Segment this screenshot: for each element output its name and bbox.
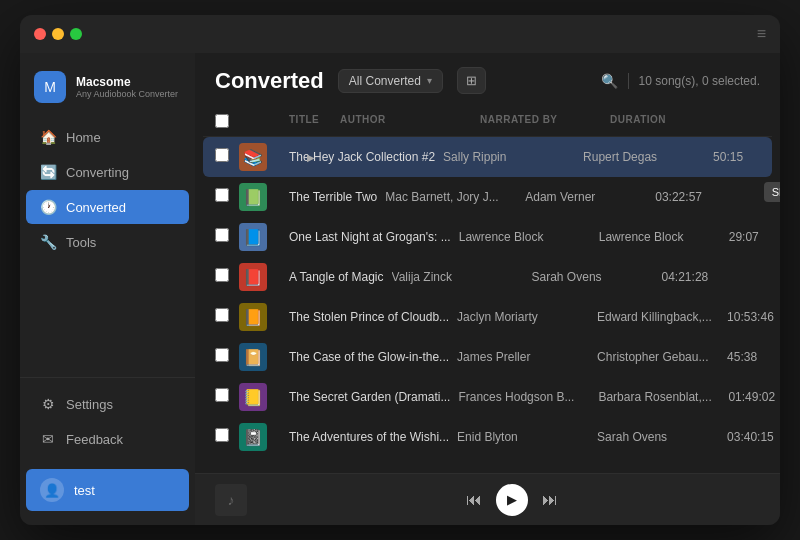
row-cover: 📒: [239, 383, 267, 411]
header-checkbox-col: [215, 114, 239, 130]
filter-label: All Converted: [349, 74, 421, 88]
header-actions-col: [700, 114, 760, 130]
sidebar-item-label: Settings: [66, 397, 113, 412]
header-cover-col: [239, 114, 275, 130]
row-duration: 03:22:57: [655, 190, 745, 204]
cover-image: 📗: [239, 183, 267, 211]
row-cover: 📔: [239, 343, 267, 371]
row-checkbox[interactable]: [215, 308, 229, 322]
player-bar: ♪ ⏮ ▶ ⏭: [195, 473, 780, 525]
chevron-down-icon: ▾: [427, 75, 432, 86]
maximize-button[interactable]: [70, 28, 82, 40]
table-row[interactable]: 📘 One Last Night at Grogan's: ... Lawren…: [203, 217, 772, 257]
player-controls: ⏮ ▶ ⏭: [466, 484, 558, 516]
avatar: 👤: [40, 478, 64, 502]
row-duration: 50:15: [713, 150, 780, 164]
music-icon: ♪: [228, 492, 235, 508]
row-checkbox-cell: [215, 268, 239, 286]
row-author: Lawrence Block: [459, 230, 599, 244]
sidebar-item-label: Feedback: [66, 432, 123, 447]
row-title-cell: The Terrible Two: [275, 190, 385, 204]
row-narrator: Barbara Rosenblat,...: [598, 390, 728, 404]
search-icon[interactable]: 🔍: [601, 73, 618, 89]
table-row[interactable]: 📙 The Stolen Prince of Cloudb... Jaclyn …: [203, 297, 772, 337]
sidebar-item-settings[interactable]: ⚙Settings: [26, 387, 189, 421]
cover-image: 📙: [239, 303, 267, 331]
sidebar: M Macsome Any Audiobook Converter 🏠Home🔄…: [20, 53, 195, 525]
row-checkbox[interactable]: [215, 428, 229, 442]
row-checkbox[interactable]: [215, 148, 229, 162]
next-button[interactable]: ⏭: [542, 491, 558, 509]
row-checkbox[interactable]: [215, 268, 229, 282]
song-count: 10 song(s), 0 selected.: [639, 74, 760, 88]
table-row[interactable]: 📒 The Secret Garden (Dramati... Frances …: [203, 377, 772, 417]
sidebar-item-label: Tools: [66, 235, 96, 250]
cover-image: 📔: [239, 343, 267, 371]
table-row[interactable]: 📓 The Adventures of the Wishi... Enid Bl…: [203, 417, 772, 457]
row-narrator: Christopher Gebau...: [597, 350, 727, 364]
header-duration-col: DURATION: [610, 114, 700, 130]
cover-image: 📒: [239, 383, 267, 411]
row-title: The Adventures of the Wishi...: [275, 430, 457, 444]
table-row[interactable]: 📗 The Terrible Two Mac Barnett, Jory J..…: [203, 177, 772, 217]
row-checkbox[interactable]: [215, 388, 229, 402]
row-checkbox[interactable]: [215, 348, 229, 362]
content-area: Converted All Converted ▾ ⊞ 🔍 10 song(s)…: [195, 53, 780, 525]
converting-icon: 🔄: [40, 164, 56, 180]
feedback-icon: ✉: [40, 431, 56, 447]
sidebar-item-converting[interactable]: 🔄Converting: [26, 155, 189, 189]
row-checkbox[interactable]: [215, 228, 229, 242]
play-button[interactable]: ▶: [496, 484, 528, 516]
row-narrator: Lawrence Block: [599, 230, 729, 244]
row-narrator: Edward Killingback,...: [597, 310, 727, 324]
settings-icon: ⚙: [40, 396, 56, 412]
header-title-col: TITLE: [275, 114, 340, 130]
row-title-cell: ▶ The Hey Jack Collection #2: [275, 150, 443, 164]
row-author: Frances Hodgson B...: [458, 390, 598, 404]
sidebar-item-converted[interactable]: 🕐Converted: [26, 190, 189, 224]
play-row-icon[interactable]: ▶: [307, 152, 315, 163]
row-title: The Case of the Glow-in-the...: [275, 350, 457, 364]
row-title-cell: The Case of the Glow-in-the...: [275, 350, 457, 364]
row-checkbox[interactable]: [215, 188, 229, 202]
cover-image: 📓: [239, 423, 267, 451]
sidebar-item-tools[interactable]: 🔧Tools: [26, 225, 189, 259]
header-author-col: Author: [340, 114, 480, 130]
table-row[interactable]: 📚 ▶ The Hey Jack Collection #2 Sally Rip…: [203, 137, 772, 177]
user-profile[interactable]: 👤 test: [26, 469, 189, 511]
row-cover: 📓: [239, 423, 267, 451]
sidebar-item-label: Converted: [66, 200, 126, 215]
table-container: TITLE Author Narrated by DURATION 📚 ▶ Th…: [195, 108, 780, 473]
sidebar-bottom: ⚙Settings✉Feedback: [20, 377, 195, 465]
menu-icon[interactable]: ≡: [757, 25, 766, 43]
table-header: TITLE Author Narrated by DURATION: [203, 108, 772, 137]
header-narrator-col: Narrated by: [480, 114, 610, 130]
row-title: A Tangle of Magic: [275, 270, 392, 284]
tools-icon: 🔧: [40, 234, 56, 250]
grid-view-button[interactable]: ⊞: [457, 67, 486, 94]
table-row[interactable]: 📔 The Case of the Glow-in-the... James P…: [203, 337, 772, 377]
brand-subtitle: Any Audiobook Converter: [76, 89, 178, 99]
sidebar-item-home[interactable]: 🏠Home: [26, 120, 189, 154]
header-right: 🔍 10 song(s), 0 selected.: [601, 73, 760, 89]
close-button[interactable]: [34, 28, 46, 40]
row-checkbox-cell: [215, 308, 239, 326]
prev-button[interactable]: ⏮: [466, 491, 482, 509]
filter-dropdown[interactable]: All Converted ▾: [338, 69, 443, 93]
cover-image: 📕: [239, 263, 267, 291]
row-narrator: Rupert Degas: [583, 150, 713, 164]
row-title-cell: The Secret Garden (Dramati...: [275, 390, 458, 404]
main-content: M Macsome Any Audiobook Converter 🏠Home🔄…: [20, 53, 780, 525]
minimize-button[interactable]: [52, 28, 64, 40]
row-cover: 📚: [239, 143, 267, 171]
brand-name: Macsome: [76, 75, 178, 89]
row-checkbox-cell: [215, 388, 239, 406]
sidebar-item-feedback[interactable]: ✉Feedback: [26, 422, 189, 456]
brand-icon: M: [34, 71, 66, 103]
row-title: The Hey Jack Collection #2: [275, 150, 443, 164]
page-title: Converted: [215, 68, 324, 94]
table-row[interactable]: 📕 A Tangle of Magic Valija Zinck Sarah O…: [203, 257, 772, 297]
select-all-checkbox[interactable]: [215, 114, 229, 128]
sidebar-nav: 🏠Home🔄Converting🕐Converted🔧Tools: [20, 119, 195, 377]
player-thumbnail: ♪: [215, 484, 247, 516]
